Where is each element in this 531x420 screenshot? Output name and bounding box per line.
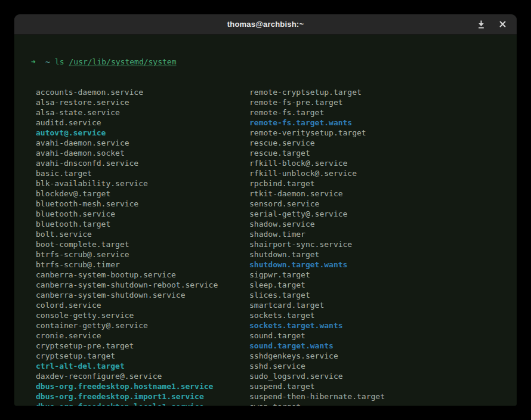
shell-prompt: ➜~ls/usr/lib/systemd/system (14, 57, 517, 67)
file-name-file: boot-complete.target (36, 239, 249, 249)
file-name-file: suspend.target (249, 381, 517, 391)
terminal-body[interactable]: ➜~ls/usr/lib/systemd/system accounts-dae… (14, 35, 517, 406)
file-name-file: sound.target (249, 331, 517, 341)
file-name-file: basic.target (36, 168, 249, 178)
file-name-file: swap.target (249, 402, 517, 406)
listing-row: canberra-system-shutdown.serviceslices.t… (14, 290, 517, 300)
listing-row: bluetooth-mesh.servicesensord.service (14, 199, 517, 209)
listing-row: ctrl-alt-del.targetsshd.service (14, 361, 517, 371)
listing-row: cryptsetup-pre.targetsound.target.wants (14, 341, 517, 351)
file-name-file: suspend-then-hibernate.target (249, 391, 517, 402)
listing-row: btrfs-scrub@.serviceshutdown.target (14, 249, 517, 260)
minimize-button[interactable] (476, 20, 486, 29)
file-name-symlink: autovt@.service (36, 128, 249, 138)
file-name-dir: sockets.target.wants (249, 320, 517, 331)
window-controls (476, 14, 507, 34)
file-name-file: bluetooth.target (36, 219, 249, 229)
listing-row: container-getty@.servicesockets.target.w… (14, 320, 517, 331)
listing-row: bluetooth.targetshadow.service (14, 219, 517, 229)
file-name-file: rescue.service (249, 138, 517, 148)
file-name-symlink: dbus-org.freedesktop.import1.service (36, 391, 249, 402)
file-name-file: sockets.target (249, 310, 517, 320)
file-name-file: sigpwr.target (249, 270, 517, 280)
file-name-file: canberra-system-bootup.service (36, 270, 249, 280)
file-name-file: canberra-system-shutdown-reboot.service (36, 280, 249, 290)
file-name-file: sshd.service (249, 361, 517, 371)
file-name-symlink: ctrl-alt-del.target (36, 361, 249, 371)
listing-row: btrfs-scrub@.timershutdown.target.wants (14, 260, 517, 270)
file-name-file: remote-fs-pre.target (249, 97, 517, 107)
file-name-dir: remote-fs.target.wants (249, 118, 517, 128)
file-name-dir: shutdown.target.wants (249, 260, 517, 270)
file-name-file: avahi-daemon.service (36, 138, 249, 148)
file-name-file: sleep.target (249, 280, 517, 290)
listing-row: alsa-restore.serviceremote-fs-pre.target (14, 97, 517, 107)
listing-row: boot-complete.targetshairport-sync.servi… (14, 239, 517, 249)
file-name-file: alsa-state.service (36, 107, 249, 118)
prompt-cwd: ~ (45, 57, 50, 66)
file-name-file: console-getty.service (36, 310, 249, 320)
listing-row: bolt.serviceshadow.timer (14, 229, 517, 239)
file-name-file: shutdown.target (249, 249, 517, 260)
file-name-file: smartcard.target (249, 300, 517, 310)
file-name-file: colord.service (36, 300, 249, 310)
file-name-file: serial-getty@.service (249, 209, 517, 219)
listing-row: bluetooth.serviceserial-getty@.service (14, 209, 517, 219)
prompt-command: ls (55, 57, 64, 66)
listing-row: avahi-dnsconfd.servicerfkill-block@.serv… (14, 158, 517, 168)
file-name-file: container-getty@.service (36, 320, 249, 331)
file-name-file: shadow.timer (249, 229, 517, 239)
listing-row: cryptsetup.targetsshdgenkeys.service (14, 351, 517, 361)
listing-row: daxdev-reconfigure@.servicesudo_logsrvd.… (14, 371, 517, 381)
file-name-file: rfkill-block@.service (249, 158, 517, 168)
download-arrow-icon (477, 20, 485, 29)
file-name-file: daxdev-reconfigure@.service (36, 371, 249, 381)
file-name-file: bluetooth.service (36, 209, 249, 219)
file-name-file: bolt.service (36, 229, 249, 239)
file-name-file: rpcbind.target (249, 178, 517, 189)
listing-row: canberra-system-shutdown-reboot.services… (14, 280, 517, 290)
listing-row: console-getty.servicesockets.target (14, 310, 517, 320)
file-name-symlink: dbus-org.freedesktop.locale1.service (36, 402, 249, 406)
file-name-file: sudo_logsrvd.service (249, 371, 517, 381)
listing-row: cronie.servicesound.target (14, 331, 517, 341)
file-name-file: accounts-daemon.service (36, 87, 249, 97)
listing-row: colord.servicesmartcard.target (14, 300, 517, 310)
file-name-file: rescue.target (249, 148, 517, 158)
file-name-file: slices.target (249, 290, 517, 300)
listing-row: accounts-daemon.serviceremote-cryptsetup… (14, 87, 517, 97)
listing-row: avahi-daemon.socketrescue.target (14, 148, 517, 158)
file-name-file: avahi-dnsconfd.service (36, 158, 249, 168)
file-name-file: avahi-daemon.socket (36, 148, 249, 158)
file-listing: accounts-daemon.serviceremote-cryptsetup… (14, 87, 517, 406)
file-name-file: rtkit-daemon.service (249, 189, 517, 199)
file-name-file: canberra-system-shutdown.service (36, 290, 249, 300)
file-name-file: cronie.service (36, 331, 249, 341)
file-name-file: btrfs-scrub@.service (36, 249, 249, 260)
file-name-file: cryptsetup-pre.target (36, 341, 249, 351)
file-name-file: sensord.service (249, 199, 517, 209)
listing-row: auditd.serviceremote-fs.target.wants (14, 118, 517, 128)
file-name-symlink: dbus-org.freedesktop.hostname1.service (36, 381, 249, 391)
terminal-window: thomas@archbish:~ ➜~ls/usr/lib/systemd/s… (14, 14, 517, 406)
file-name-file: alsa-restore.service (36, 97, 249, 107)
file-name-file: shadow.service (249, 219, 517, 229)
file-name-file: cryptsetup.target (36, 351, 249, 361)
close-icon (499, 21, 506, 27)
listing-row: dbus-org.freedesktop.locale1.serviceswap… (14, 402, 517, 406)
file-name-file: rfkill-unblock@.service (249, 168, 517, 178)
file-name-file: btrfs-scrub@.timer (36, 260, 249, 270)
titlebar[interactable]: thomas@archbish:~ (14, 14, 517, 35)
file-name-file: remote-cryptsetup.target (249, 87, 517, 97)
desktop: { "window": { "title": "thomas@archbish:… (0, 0, 531, 420)
close-button[interactable] (498, 20, 507, 29)
listing-row: blk-availability.servicerpcbind.target (14, 178, 517, 189)
listing-row: canberra-system-bootup.servicesigpwr.tar… (14, 270, 517, 280)
file-name-file: remote-fs.target (249, 107, 517, 118)
file-name-file: sshdgenkeys.service (249, 351, 517, 361)
prompt-argument: /usr/lib/systemd/system (69, 57, 176, 66)
listing-row: dbus-org.freedesktop.hostname1.servicesu… (14, 381, 517, 391)
file-name-file: remote-veritysetup.target (249, 128, 517, 138)
listing-row: alsa-state.serviceremote-fs.target (14, 107, 517, 118)
file-name-file: auditd.service (36, 118, 249, 128)
